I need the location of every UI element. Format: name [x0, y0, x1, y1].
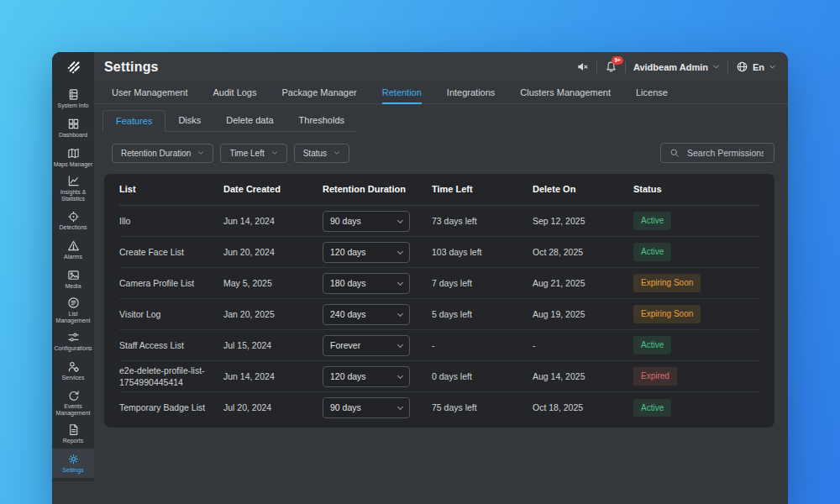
media-icon: [67, 269, 80, 281]
chevron-down-icon: [397, 248, 403, 254]
cell-delete-on: Aug 14, 2025: [533, 370, 633, 382]
cell-list-name: Temporary Badge List: [119, 402, 223, 413]
sidebar-item-maps-manager[interactable]: Maps Manager: [52, 143, 94, 172]
cell-date-created: Jun 14, 2024: [223, 370, 323, 382]
sidebar-item-services[interactable]: Services: [52, 357, 94, 386]
status-badge: Active: [633, 243, 671, 261]
cell-delete-on: Oct 28, 2025: [533, 246, 633, 258]
topbar-actions: 9+ Avidbeam Admin En: [576, 60, 776, 73]
cell-delete-on: Aug 19, 2025: [533, 308, 633, 320]
table-row: Create Face ListJun 20, 2024120 days103 …: [119, 237, 759, 268]
filter-retention-duration[interactable]: Retention Duration: [112, 144, 213, 163]
status-badge: Expiring Soon: [633, 274, 701, 292]
insights-statistics-icon: [67, 175, 80, 187]
retention-duration-select[interactable]: Forever: [323, 335, 410, 356]
retention-duration-select[interactable]: 120 days: [323, 242, 410, 263]
cell-time-left: 103 days left: [432, 246, 533, 258]
cell-delete-on: -: [533, 339, 633, 351]
subtab-disks[interactable]: Disks: [165, 110, 213, 131]
status-badge: Active: [633, 399, 671, 417]
subtab-delete-data[interactable]: Delete data: [213, 110, 286, 131]
sidebar-item-insights-statistics[interactable]: Insights & Statistics: [52, 172, 94, 206]
cell-delete-on: Aug 21, 2025: [533, 277, 633, 289]
selected-value: 120 days: [330, 370, 366, 382]
app-logo[interactable]: [52, 52, 94, 84]
sidebar-item-label: Dashboard: [59, 132, 87, 139]
column-header-time-left: Time Left: [432, 183, 533, 196]
tab-audit-logs[interactable]: Audit Logs: [213, 81, 257, 104]
chevron-down-icon: [333, 150, 340, 156]
tab-clusters-management[interactable]: Clusters Management: [520, 81, 611, 104]
column-header-status: Status: [633, 183, 759, 196]
cell-list-name: Visitor Log: [119, 308, 223, 320]
chevron-down-icon: [397, 372, 403, 378]
cell-list-name: e2e-delete-profile-list-1754990445414: [119, 365, 223, 388]
tab-integrations[interactable]: Integrations: [447, 81, 495, 104]
settings-tabs: User ManagementAudit LogsPackage Manager…: [94, 81, 788, 104]
user-name: Avidbeam Admin: [633, 62, 708, 72]
status-badge: Expiring Soon: [633, 305, 701, 323]
sidebar-item-events-management[interactable]: Events Management: [52, 386, 94, 420]
cell-time-left: 75 days left: [432, 402, 533, 413]
reports-icon: [67, 423, 80, 436]
search-box[interactable]: [660, 143, 774, 163]
sidebar-item-reports[interactable]: Reports: [52, 419, 94, 449]
sidebar-item-system-info[interactable]: System Info: [52, 84, 94, 113]
mute-icon[interactable]: [576, 60, 589, 73]
table-row: Staff Access ListJul 15, 2024Forever--Ac…: [119, 330, 759, 361]
chevron-down-icon: [397, 279, 403, 285]
app-window: System Info Dashboard Maps Manager Insig…: [52, 52, 788, 504]
divider: [625, 61, 626, 73]
sidebar-item-settings[interactable]: Settings: [52, 449, 94, 478]
subtab-features[interactable]: Features: [102, 110, 165, 132]
configurations-icon: [67, 331, 80, 344]
retention-table: ListDate CreatedRetention DurationTime L…: [104, 174, 774, 428]
tab-package-manager[interactable]: Package Manager: [281, 81, 356, 104]
sidebar-item-list-management[interactable]: List Management: [52, 294, 94, 328]
events-management-icon: [67, 389, 80, 402]
sidebar-item-label: Media: [65, 283, 81, 290]
status-badge: Expired: [633, 367, 677, 386]
cell-time-left: 0 days left: [432, 370, 533, 382]
maps-manager-icon: [67, 147, 80, 160]
sidebar-item-configurations[interactable]: Configurations: [52, 328, 94, 357]
sidebar-item-dashboard[interactable]: Dashboard: [52, 113, 94, 143]
chevron-down-icon: [271, 150, 278, 156]
sidebar-item-detections[interactable]: Detections: [52, 206, 94, 235]
list-management-icon: [67, 297, 80, 309]
table-row: IlloJun 14, 202490 days73 days leftSep 1…: [119, 206, 759, 237]
retention-duration-select[interactable]: 180 days: [323, 273, 410, 294]
retention-duration-select[interactable]: 240 days: [323, 304, 410, 325]
main-area: Settings 9+ Avidbeam Admin En: [94, 52, 788, 504]
retention-duration-select[interactable]: 120 days: [323, 366, 410, 387]
filter-time-left[interactable]: Time Left: [220, 144, 286, 163]
system-info-icon: [67, 88, 80, 101]
status-badge: Active: [633, 212, 671, 230]
page-title: Settings: [104, 60, 159, 75]
search-permissions-input[interactable]: [685, 147, 765, 159]
user-menu[interactable]: Avidbeam Admin: [633, 62, 720, 72]
filter-status[interactable]: Status: [294, 144, 349, 163]
filter-label: Time Left: [229, 149, 264, 158]
subtab-thresholds[interactable]: Thresholds: [286, 110, 357, 131]
tab-license[interactable]: License: [636, 81, 668, 104]
tab-retention[interactable]: Retention: [382, 81, 422, 104]
filters: Retention Duration Time Left Status: [112, 144, 356, 163]
retention-duration-select[interactable]: 90 days: [323, 211, 410, 232]
sidebar-item-label: Reports: [63, 438, 84, 444]
cell-date-created: Jul 15, 2024: [223, 339, 323, 351]
cell-delete-on: Sep 12, 2025: [533, 215, 633, 227]
retention-duration-select[interactable]: 90 days: [323, 397, 410, 418]
sidebar-item-alarms[interactable]: Alarms: [52, 235, 94, 265]
notifications-button[interactable]: 9+: [605, 60, 617, 73]
sidebar-item-label: Events Management: [53, 403, 93, 417]
cell-list-name: Camera Profile List: [119, 277, 223, 289]
services-icon: [67, 360, 80, 373]
chevron-down-icon: [397, 341, 403, 347]
chevron-down-icon: [397, 310, 403, 316]
sidebar-item-label: Alarms: [64, 254, 82, 260]
language-menu[interactable]: En: [736, 60, 776, 73]
sidebar-item-media[interactable]: Media: [52, 265, 94, 294]
detections-icon: [67, 210, 80, 223]
tab-user-management[interactable]: User Management: [112, 81, 188, 104]
